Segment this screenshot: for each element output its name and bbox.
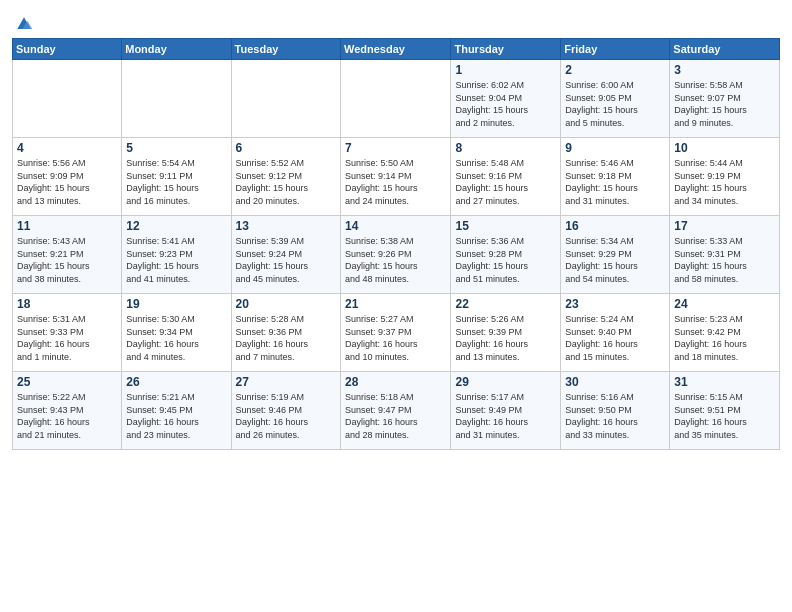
day-cell — [122, 60, 231, 138]
day-number: 19 — [126, 297, 226, 311]
day-cell: 12Sunrise: 5:41 AM Sunset: 9:23 PM Dayli… — [122, 216, 231, 294]
day-info: Sunrise: 5:48 AM Sunset: 9:16 PM Dayligh… — [455, 157, 556, 207]
day-cell: 19Sunrise: 5:30 AM Sunset: 9:34 PM Dayli… — [122, 294, 231, 372]
col-header-sunday: Sunday — [13, 39, 122, 60]
col-header-thursday: Thursday — [451, 39, 561, 60]
day-cell: 29Sunrise: 5:17 AM Sunset: 9:49 PM Dayli… — [451, 372, 561, 450]
day-number: 10 — [674, 141, 775, 155]
day-info: Sunrise: 5:58 AM Sunset: 9:07 PM Dayligh… — [674, 79, 775, 129]
day-number: 29 — [455, 375, 556, 389]
day-info: Sunrise: 5:33 AM Sunset: 9:31 PM Dayligh… — [674, 235, 775, 285]
day-cell: 13Sunrise: 5:39 AM Sunset: 9:24 PM Dayli… — [231, 216, 340, 294]
day-cell: 11Sunrise: 5:43 AM Sunset: 9:21 PM Dayli… — [13, 216, 122, 294]
col-header-saturday: Saturday — [670, 39, 780, 60]
day-cell: 28Sunrise: 5:18 AM Sunset: 9:47 PM Dayli… — [341, 372, 451, 450]
day-number: 20 — [236, 297, 336, 311]
day-info: Sunrise: 5:26 AM Sunset: 9:39 PM Dayligh… — [455, 313, 556, 363]
day-info: Sunrise: 5:17 AM Sunset: 9:49 PM Dayligh… — [455, 391, 556, 441]
day-cell: 23Sunrise: 5:24 AM Sunset: 9:40 PM Dayli… — [561, 294, 670, 372]
day-number: 5 — [126, 141, 226, 155]
day-info: Sunrise: 5:54 AM Sunset: 9:11 PM Dayligh… — [126, 157, 226, 207]
day-info: Sunrise: 5:39 AM Sunset: 9:24 PM Dayligh… — [236, 235, 336, 285]
day-info: Sunrise: 5:16 AM Sunset: 9:50 PM Dayligh… — [565, 391, 665, 441]
day-cell: 26Sunrise: 5:21 AM Sunset: 9:45 PM Dayli… — [122, 372, 231, 450]
col-header-friday: Friday — [561, 39, 670, 60]
day-number: 7 — [345, 141, 446, 155]
day-cell: 17Sunrise: 5:33 AM Sunset: 9:31 PM Dayli… — [670, 216, 780, 294]
day-info: Sunrise: 5:28 AM Sunset: 9:36 PM Dayligh… — [236, 313, 336, 363]
day-info: Sunrise: 5:34 AM Sunset: 9:29 PM Dayligh… — [565, 235, 665, 285]
day-info: Sunrise: 5:30 AM Sunset: 9:34 PM Dayligh… — [126, 313, 226, 363]
col-header-wednesday: Wednesday — [341, 39, 451, 60]
day-info: Sunrise: 5:18 AM Sunset: 9:47 PM Dayligh… — [345, 391, 446, 441]
calendar-table: SundayMondayTuesdayWednesdayThursdayFrid… — [12, 38, 780, 450]
day-cell: 4Sunrise: 5:56 AM Sunset: 9:09 PM Daylig… — [13, 138, 122, 216]
day-number: 1 — [455, 63, 556, 77]
day-info: Sunrise: 5:43 AM Sunset: 9:21 PM Dayligh… — [17, 235, 117, 285]
day-cell: 24Sunrise: 5:23 AM Sunset: 9:42 PM Dayli… — [670, 294, 780, 372]
day-info: Sunrise: 5:27 AM Sunset: 9:37 PM Dayligh… — [345, 313, 446, 363]
day-info: Sunrise: 5:50 AM Sunset: 9:14 PM Dayligh… — [345, 157, 446, 207]
day-number: 21 — [345, 297, 446, 311]
day-info: Sunrise: 5:22 AM Sunset: 9:43 PM Dayligh… — [17, 391, 117, 441]
day-info: Sunrise: 5:15 AM Sunset: 9:51 PM Dayligh… — [674, 391, 775, 441]
day-cell: 7Sunrise: 5:50 AM Sunset: 9:14 PM Daylig… — [341, 138, 451, 216]
day-info: Sunrise: 5:31 AM Sunset: 9:33 PM Dayligh… — [17, 313, 117, 363]
col-header-monday: Monday — [122, 39, 231, 60]
day-cell: 16Sunrise: 5:34 AM Sunset: 9:29 PM Dayli… — [561, 216, 670, 294]
day-info: Sunrise: 5:44 AM Sunset: 9:19 PM Dayligh… — [674, 157, 775, 207]
day-cell: 8Sunrise: 5:48 AM Sunset: 9:16 PM Daylig… — [451, 138, 561, 216]
day-number: 3 — [674, 63, 775, 77]
day-number: 12 — [126, 219, 226, 233]
day-cell: 9Sunrise: 5:46 AM Sunset: 9:18 PM Daylig… — [561, 138, 670, 216]
day-number: 2 — [565, 63, 665, 77]
day-info: Sunrise: 5:24 AM Sunset: 9:40 PM Dayligh… — [565, 313, 665, 363]
day-info: Sunrise: 5:23 AM Sunset: 9:42 PM Dayligh… — [674, 313, 775, 363]
day-cell: 2Sunrise: 6:00 AM Sunset: 9:05 PM Daylig… — [561, 60, 670, 138]
day-cell: 18Sunrise: 5:31 AM Sunset: 9:33 PM Dayli… — [13, 294, 122, 372]
day-info: Sunrise: 5:46 AM Sunset: 9:18 PM Dayligh… — [565, 157, 665, 207]
day-cell: 3Sunrise: 5:58 AM Sunset: 9:07 PM Daylig… — [670, 60, 780, 138]
logo — [12, 14, 34, 34]
day-number: 30 — [565, 375, 665, 389]
week-row-5: 25Sunrise: 5:22 AM Sunset: 9:43 PM Dayli… — [13, 372, 780, 450]
day-info: Sunrise: 6:02 AM Sunset: 9:04 PM Dayligh… — [455, 79, 556, 129]
day-cell: 30Sunrise: 5:16 AM Sunset: 9:50 PM Dayli… — [561, 372, 670, 450]
day-info: Sunrise: 5:56 AM Sunset: 9:09 PM Dayligh… — [17, 157, 117, 207]
header — [12, 10, 780, 34]
day-info: Sunrise: 6:00 AM Sunset: 9:05 PM Dayligh… — [565, 79, 665, 129]
day-cell: 25Sunrise: 5:22 AM Sunset: 9:43 PM Dayli… — [13, 372, 122, 450]
day-info: Sunrise: 5:21 AM Sunset: 9:45 PM Dayligh… — [126, 391, 226, 441]
day-number: 24 — [674, 297, 775, 311]
day-number: 28 — [345, 375, 446, 389]
day-number: 22 — [455, 297, 556, 311]
day-cell: 20Sunrise: 5:28 AM Sunset: 9:36 PM Dayli… — [231, 294, 340, 372]
day-number: 16 — [565, 219, 665, 233]
day-number: 9 — [565, 141, 665, 155]
week-row-1: 1Sunrise: 6:02 AM Sunset: 9:04 PM Daylig… — [13, 60, 780, 138]
day-number: 25 — [17, 375, 117, 389]
day-cell: 6Sunrise: 5:52 AM Sunset: 9:12 PM Daylig… — [231, 138, 340, 216]
day-number: 18 — [17, 297, 117, 311]
day-info: Sunrise: 5:41 AM Sunset: 9:23 PM Dayligh… — [126, 235, 226, 285]
week-row-2: 4Sunrise: 5:56 AM Sunset: 9:09 PM Daylig… — [13, 138, 780, 216]
day-info: Sunrise: 5:36 AM Sunset: 9:28 PM Dayligh… — [455, 235, 556, 285]
day-number: 27 — [236, 375, 336, 389]
day-cell: 15Sunrise: 5:36 AM Sunset: 9:28 PM Dayli… — [451, 216, 561, 294]
day-cell: 22Sunrise: 5:26 AM Sunset: 9:39 PM Dayli… — [451, 294, 561, 372]
day-cell — [341, 60, 451, 138]
day-cell — [13, 60, 122, 138]
day-number: 13 — [236, 219, 336, 233]
day-number: 14 — [345, 219, 446, 233]
day-number: 26 — [126, 375, 226, 389]
day-cell: 27Sunrise: 5:19 AM Sunset: 9:46 PM Dayli… — [231, 372, 340, 450]
day-number: 15 — [455, 219, 556, 233]
day-cell: 31Sunrise: 5:15 AM Sunset: 9:51 PM Dayli… — [670, 372, 780, 450]
day-cell: 5Sunrise: 5:54 AM Sunset: 9:11 PM Daylig… — [122, 138, 231, 216]
header-row: SundayMondayTuesdayWednesdayThursdayFrid… — [13, 39, 780, 60]
day-number: 8 — [455, 141, 556, 155]
day-number: 6 — [236, 141, 336, 155]
col-header-tuesday: Tuesday — [231, 39, 340, 60]
day-cell: 14Sunrise: 5:38 AM Sunset: 9:26 PM Dayli… — [341, 216, 451, 294]
day-info: Sunrise: 5:19 AM Sunset: 9:46 PM Dayligh… — [236, 391, 336, 441]
